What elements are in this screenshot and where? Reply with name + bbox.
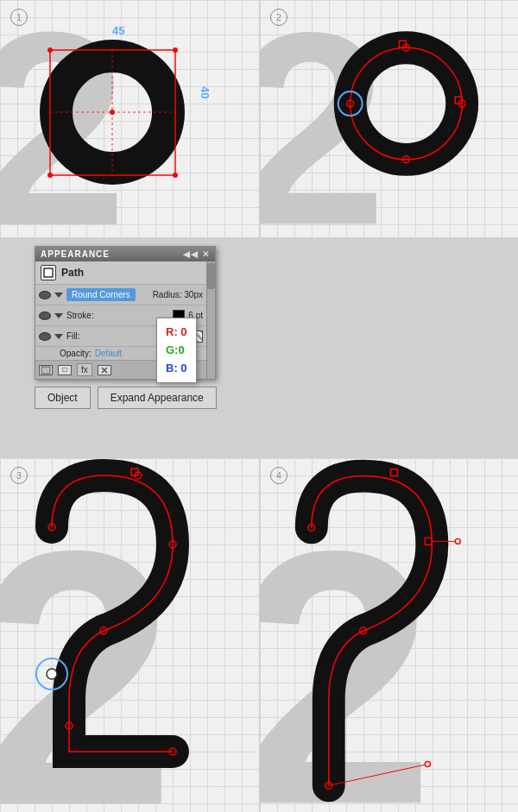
fill-expand[interactable] [54,334,63,339]
expand-triangle[interactable] [54,293,63,298]
path-icon [41,265,56,280]
svg-point-6 [173,173,178,178]
round-corners-row: Round Corners Radius: 30px [35,285,206,305]
step-3-label: 3 [10,467,28,484]
stroke-label: Stroke: [66,311,169,320]
svg-point-40 [455,538,460,544]
stroke-expand[interactable] [54,313,63,318]
expand-appearance-button[interactable]: Expand Appearance [98,387,217,409]
panel-title: APPEARANCE [41,249,110,259]
button-row: Object Expand Appearance [35,387,217,409]
panel-titlebar[interactable]: APPEARANCE ◀◀ ✕ [35,247,215,261]
fx-button[interactable]: fx [77,363,92,376]
g-value: G:0 [166,342,187,360]
canvas-2: 2 [260,0,518,237]
quadrant-2: 2 2 [259,0,518,237]
path-row: Path [35,261,206,285]
quadrant-4: 4 2 [259,458,518,812]
path-label: Path [61,267,201,279]
opacity-value: Default [95,349,123,358]
r-value: R: 0 [166,324,187,342]
step-2-label: 2 [270,9,287,26]
trash-icon[interactable] [98,365,111,375]
svg-point-31 [47,669,57,679]
quadrant-1: 1 45 40 2 [0,0,259,237]
step-4-label: 4 [270,467,287,484]
close-icon[interactable]: ✕ [202,249,210,259]
svg-point-41 [425,762,430,767]
canvas-4: 2 [260,458,518,812]
height-label: 40 [199,86,212,98]
minimize-icon[interactable]: ◀◀ [183,249,199,259]
quadrant-3: 3 2 [0,458,259,812]
object-button[interactable]: Object [35,387,91,409]
stroke-visibility[interactable] [39,312,51,320]
svg-rect-21 [41,367,50,374]
panel-scrollbar[interactable] [206,261,215,379]
rgb-popup: R: 0 G:0 B: 0 [156,318,197,383]
width-label: 45 [112,24,124,37]
new-layer-icon[interactable]: □ [58,365,72,375]
appearance-panel: APPEARANCE ◀◀ ✕ Path [35,246,216,380]
round-corners-button[interactable]: Round Corners [66,288,136,301]
radius-value: Radius: 30px [153,290,203,299]
fill-visibility[interactable] [39,332,51,341]
canvas-3: 2 [0,458,259,812]
b-value: B: 0 [166,360,187,378]
step-1-label: 1 [10,9,28,26]
svg-point-5 [47,173,53,178]
canvas-1: 2 [0,0,259,237]
visibility-eye[interactable] [39,291,51,299]
fill-row: Fill: R: 0 G:0 B: 0 [35,326,206,347]
svg-rect-20 [44,268,53,277]
opacity-label: Opacity: [60,349,92,358]
svg-point-4 [173,47,178,53]
layer-icon[interactable] [39,365,53,375]
middle-section: APPEARANCE ◀◀ ✕ Path [0,237,518,458]
titlebar-controls: ◀◀ ✕ [183,249,210,259]
svg-point-3 [47,47,53,53]
